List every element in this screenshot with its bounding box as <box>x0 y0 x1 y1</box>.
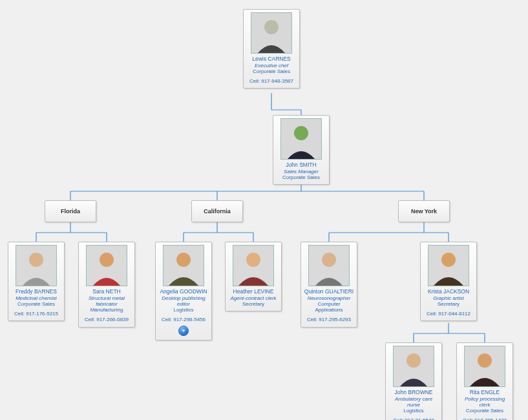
person-cell: Cell: 917-706-1473 <box>459 417 510 420</box>
person-cell: Cell: 917-266-0839 <box>81 317 132 322</box>
svg-point-25 <box>264 20 279 34</box>
person-card-quinton-gualtieri[interactable]: Quinton GUALTIERI Neurosonographer Compu… <box>301 242 357 328</box>
svg-point-43 <box>478 353 492 368</box>
avatar <box>464 346 505 387</box>
svg-point-35 <box>246 253 260 267</box>
svg-point-31 <box>100 253 114 267</box>
svg-point-37 <box>322 253 336 267</box>
person-dept: Secretary <box>423 301 474 307</box>
group-label: California <box>204 208 231 215</box>
expand-icon[interactable] <box>178 326 189 336</box>
group-california[interactable]: California <box>191 200 243 222</box>
avatar <box>86 245 127 286</box>
person-name: Heather LEVINE <box>228 289 279 295</box>
person-cell: Cell: 917-295-6293 <box>304 317 354 322</box>
person-dept: Manufacturing <box>81 307 132 313</box>
person-cell: Cell: 917-176-5215 <box>11 311 61 317</box>
group-label: Florida <box>61 208 80 215</box>
avatar <box>393 346 434 387</box>
person-name: Sara NETH <box>81 289 132 295</box>
person-role: Structural metal fabricator <box>81 295 132 307</box>
person-dept: Computer Applications <box>304 301 354 313</box>
person-role: Desktop publishing editor <box>158 295 209 307</box>
person-name: John BROWNE <box>388 390 439 396</box>
person-card-lewis-carnes[interactable]: Lewis CARNES Executive chef Corporate Sa… <box>243 9 300 89</box>
person-name: Freddy BARNES <box>11 289 61 295</box>
svg-point-41 <box>407 353 421 368</box>
person-dept: Corporate Sales <box>11 301 61 307</box>
avatar <box>308 245 350 286</box>
person-role: Executive chef <box>246 63 297 68</box>
person-dept: Corporate Sales <box>246 68 297 74</box>
person-dept: Corporate Sales <box>459 408 510 414</box>
person-name: Angelia GOODWIN <box>158 289 209 295</box>
avatar <box>16 245 57 286</box>
person-cell: Cell: 917-044-8112 <box>423 311 474 317</box>
svg-point-27 <box>294 126 308 140</box>
person-role: Ambulatory care nurse <box>388 396 439 408</box>
person-dept: Corporate Sales <box>276 174 326 180</box>
person-role: Sales Manager <box>276 169 326 174</box>
org-chart-canvas: Lewis CARNES Executive chef Corporate Sa… <box>0 0 528 420</box>
group-new-york[interactable]: New York <box>398 200 450 222</box>
person-cell: Cell: 917-948-3587 <box>246 78 297 84</box>
svg-point-33 <box>176 253 191 267</box>
person-card-john-smith[interactable]: John SMITH Sales Manager Corporate Sales <box>273 115 330 185</box>
person-role: Graphic artist <box>423 295 474 301</box>
person-name: Quinton GUALTIERI <box>304 289 354 295</box>
person-dept: Logistics <box>388 408 439 414</box>
group-florida[interactable]: Florida <box>45 200 96 222</box>
person-cell: Cell: 917-298-5456 <box>158 317 209 322</box>
group-label: New York <box>411 208 437 215</box>
person-cell: Cell: 917-21-5542 <box>388 417 439 420</box>
person-name: Lewis CARNES <box>246 56 297 63</box>
person-role: Agent-contract clerk <box>228 295 279 301</box>
avatar <box>233 245 274 286</box>
svg-point-29 <box>29 253 43 267</box>
person-card-heather-levine[interactable]: Heather LEVINE Agent-contract clerk Secr… <box>225 242 282 311</box>
person-card-sara-neth[interactable]: Sara NETH Structural metal fabricator Ma… <box>78 242 135 328</box>
person-name: Krista JACKSON <box>423 289 474 295</box>
person-role: Policy processing clerk <box>459 396 510 408</box>
person-dept: Logistics <box>158 307 209 313</box>
avatar <box>280 118 322 160</box>
svg-point-39 <box>441 253 456 267</box>
avatar <box>163 245 204 286</box>
person-name: John SMITH <box>276 162 326 169</box>
person-card-rita-engle[interactable]: Rita ENGLE Policy processing clerk Corpo… <box>456 342 513 420</box>
person-dept: Secretary <box>228 301 279 307</box>
person-card-angelia-goodwin[interactable]: Angelia GOODWIN Desktop publishing edito… <box>155 242 212 341</box>
person-role: Neurosonographer <box>304 295 354 301</box>
person-card-freddy-barnes[interactable]: Freddy BARNES Medicinal chemist Corporat… <box>8 242 65 321</box>
person-name: Rita ENGLE <box>459 390 510 396</box>
avatar <box>428 245 469 286</box>
person-card-john-browne[interactable]: John BROWNE Ambulatory care nurse Logist… <box>385 342 442 420</box>
person-role: Medicinal chemist <box>11 295 61 301</box>
avatar <box>251 12 292 54</box>
person-card-krista-jackson[interactable]: Krista JACKSON Graphic artist Secretary … <box>420 242 477 321</box>
